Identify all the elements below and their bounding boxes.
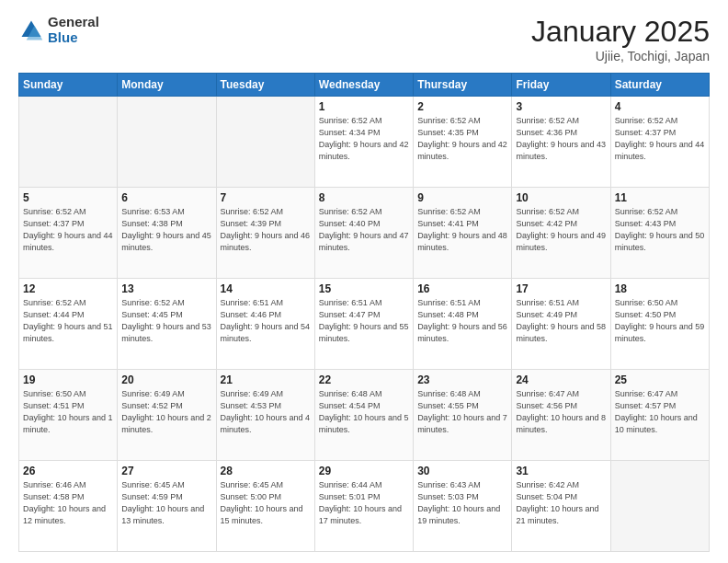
day-number: 4 [615,100,705,113]
calendar-cell: 16Sunrise: 6:51 AM Sunset: 4:48 PM Dayli… [414,279,512,370]
day-number: 19 [23,373,113,386]
calendar-cell: 11Sunrise: 6:52 AM Sunset: 4:43 PM Dayli… [610,188,709,279]
day-info: Sunrise: 6:44 AM Sunset: 5:01 PM Dayligh… [319,479,409,527]
day-info: Sunrise: 6:46 AM Sunset: 4:58 PM Dayligh… [23,479,113,527]
day-info: Sunrise: 6:45 AM Sunset: 5:00 PM Dayligh… [221,479,311,527]
page: General Blue January 2025 Ujiie, Tochigi… [0,0,728,563]
calendar-cell: 9Sunrise: 6:52 AM Sunset: 4:41 PM Daylig… [414,188,512,279]
calendar-header-thursday: Thursday [414,74,512,97]
day-info: Sunrise: 6:51 AM Sunset: 4:46 PM Dayligh… [221,297,311,345]
calendar-cell: 8Sunrise: 6:52 AM Sunset: 4:40 PM Daylig… [314,188,413,279]
day-info: Sunrise: 6:45 AM Sunset: 4:59 PM Dayligh… [121,479,211,527]
calendar-cell: 6Sunrise: 6:53 AM Sunset: 4:38 PM Daylig… [118,188,216,279]
calendar-cell: 24Sunrise: 6:47 AM Sunset: 4:56 PM Dayli… [512,370,610,461]
calendar-week-2: 12Sunrise: 6:52 AM Sunset: 4:44 PM Dayli… [19,279,710,370]
calendar-cell: 28Sunrise: 6:45 AM Sunset: 5:00 PM Dayli… [216,461,314,552]
day-info: Sunrise: 6:52 AM Sunset: 4:36 PM Dayligh… [516,115,606,163]
day-number: 20 [121,373,211,386]
day-number: 6 [121,191,211,204]
day-number: 8 [319,191,409,204]
day-number: 12 [23,282,113,295]
calendar-cell: 19Sunrise: 6:50 AM Sunset: 4:51 PM Dayli… [19,370,118,461]
title-block: January 2025 Ujiie, Tochigi, Japan [531,15,710,63]
day-info: Sunrise: 6:48 AM Sunset: 4:54 PM Dayligh… [319,388,409,436]
logo-blue: Blue [48,30,99,46]
calendar-cell: 2Sunrise: 6:52 AM Sunset: 4:35 PM Daylig… [414,97,512,188]
calendar-cell: 4Sunrise: 6:52 AM Sunset: 4:37 PM Daylig… [610,97,709,188]
day-number: 11 [615,191,705,204]
day-number: 16 [417,282,507,295]
calendar-cell: 20Sunrise: 6:49 AM Sunset: 4:52 PM Dayli… [118,370,216,461]
calendar-week-0: 1Sunrise: 6:52 AM Sunset: 4:34 PM Daylig… [19,97,710,188]
calendar-cell: 3Sunrise: 6:52 AM Sunset: 4:36 PM Daylig… [512,97,610,188]
day-number: 5 [23,191,113,204]
day-info: Sunrise: 6:52 AM Sunset: 4:34 PM Dayligh… [319,115,409,163]
calendar-cell: 30Sunrise: 6:43 AM Sunset: 5:03 PM Dayli… [414,461,512,552]
day-info: Sunrise: 6:48 AM Sunset: 4:55 PM Dayligh… [417,388,507,436]
day-info: Sunrise: 6:49 AM Sunset: 4:52 PM Dayligh… [121,388,211,436]
logo: General Blue [18,15,99,45]
day-info: Sunrise: 6:52 AM Sunset: 4:42 PM Dayligh… [516,206,606,254]
day-number: 30 [417,465,507,477]
day-info: Sunrise: 6:52 AM Sunset: 4:39 PM Dayligh… [221,206,311,254]
calendar-header-row: SundayMondayTuesdayWednesdayThursdayFrid… [19,74,710,97]
day-info: Sunrise: 6:53 AM Sunset: 4:38 PM Dayligh… [121,206,211,254]
day-number: 18 [615,282,705,295]
calendar-cell [610,461,709,552]
calendar-cell: 23Sunrise: 6:48 AM Sunset: 4:55 PM Dayli… [414,370,512,461]
day-number: 22 [319,373,409,386]
day-info: Sunrise: 6:50 AM Sunset: 4:51 PM Dayligh… [23,388,113,436]
title-month: January 2025 [531,15,710,49]
day-info: Sunrise: 6:42 AM Sunset: 5:04 PM Dayligh… [516,479,606,527]
day-number: 2 [417,100,507,113]
day-number: 24 [516,373,606,386]
day-number: 15 [319,282,409,295]
day-info: Sunrise: 6:52 AM Sunset: 4:35 PM Dayligh… [417,115,507,163]
day-info: Sunrise: 6:52 AM Sunset: 4:43 PM Dayligh… [615,206,705,254]
day-number: 14 [221,282,311,295]
day-info: Sunrise: 6:43 AM Sunset: 5:03 PM Dayligh… [417,479,507,527]
day-info: Sunrise: 6:50 AM Sunset: 4:50 PM Dayligh… [615,297,705,345]
calendar-cell: 10Sunrise: 6:52 AM Sunset: 4:42 PM Dayli… [512,188,610,279]
day-number: 1 [319,100,409,113]
title-location: Ujiie, Tochigi, Japan [531,49,710,63]
day-info: Sunrise: 6:47 AM Sunset: 4:56 PM Dayligh… [516,388,606,436]
calendar-cell: 1Sunrise: 6:52 AM Sunset: 4:34 PM Daylig… [314,97,413,188]
day-info: Sunrise: 6:47 AM Sunset: 4:57 PM Dayligh… [615,388,705,436]
calendar-cell: 18Sunrise: 6:50 AM Sunset: 4:50 PM Dayli… [610,279,709,370]
calendar-header-sunday: Sunday [19,74,118,97]
calendar-cell: 21Sunrise: 6:49 AM Sunset: 4:53 PM Dayli… [216,370,314,461]
day-info: Sunrise: 6:51 AM Sunset: 4:49 PM Dayligh… [516,297,606,345]
day-info: Sunrise: 6:52 AM Sunset: 4:40 PM Dayligh… [319,206,409,254]
calendar-table: SundayMondayTuesdayWednesdayThursdayFrid… [18,73,710,552]
day-info: Sunrise: 6:52 AM Sunset: 4:37 PM Dayligh… [615,115,705,163]
day-number: 21 [221,373,311,386]
day-info: Sunrise: 6:52 AM Sunset: 4:45 PM Dayligh… [121,297,211,345]
calendar-cell [19,97,118,188]
day-number: 3 [516,100,606,113]
calendar-cell: 15Sunrise: 6:51 AM Sunset: 4:47 PM Dayli… [314,279,413,370]
day-info: Sunrise: 6:52 AM Sunset: 4:37 PM Dayligh… [23,206,113,254]
day-info: Sunrise: 6:51 AM Sunset: 4:48 PM Dayligh… [417,297,507,345]
calendar-cell: 27Sunrise: 6:45 AM Sunset: 4:59 PM Dayli… [118,461,216,552]
day-number: 29 [319,465,409,477]
day-number: 13 [121,282,211,295]
header: General Blue January 2025 Ujiie, Tochigi… [18,15,710,63]
calendar-cell: 29Sunrise: 6:44 AM Sunset: 5:01 PM Dayli… [314,461,413,552]
calendar-header-tuesday: Tuesday [216,74,314,97]
calendar-week-4: 26Sunrise: 6:46 AM Sunset: 4:58 PM Dayli… [19,461,710,552]
calendar-cell: 12Sunrise: 6:52 AM Sunset: 4:44 PM Dayli… [19,279,118,370]
day-number: 25 [615,373,705,386]
logo-icon [18,17,44,43]
day-info: Sunrise: 6:49 AM Sunset: 4:53 PM Dayligh… [221,388,311,436]
day-number: 28 [221,465,311,477]
calendar-cell: 7Sunrise: 6:52 AM Sunset: 4:39 PM Daylig… [216,188,314,279]
calendar-cell [118,97,216,188]
day-number: 10 [516,191,606,204]
calendar-cell: 13Sunrise: 6:52 AM Sunset: 4:45 PM Dayli… [118,279,216,370]
calendar-cell: 14Sunrise: 6:51 AM Sunset: 4:46 PM Dayli… [216,279,314,370]
day-number: 7 [221,191,311,204]
day-number: 9 [417,191,507,204]
calendar-cell [216,97,314,188]
calendar-week-3: 19Sunrise: 6:50 AM Sunset: 4:51 PM Dayli… [19,370,710,461]
